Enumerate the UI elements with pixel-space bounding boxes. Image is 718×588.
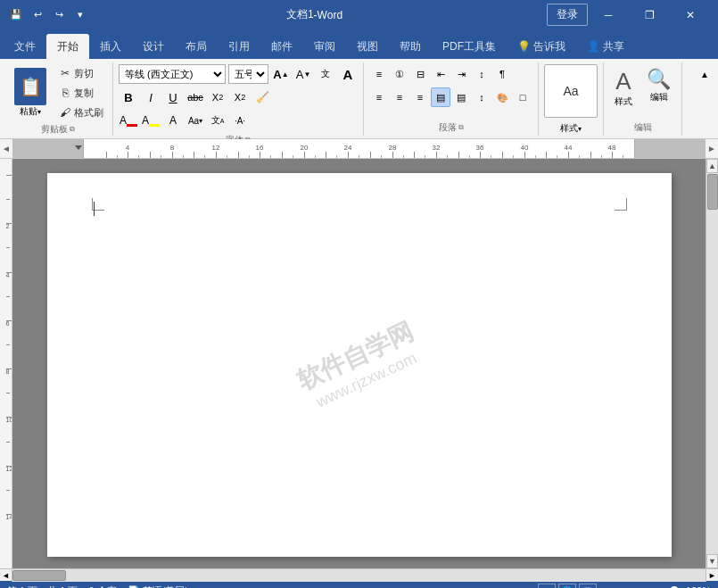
- highlight-color-button[interactable]: A: [141, 111, 161, 130]
- bold-button[interactable]: B: [119, 87, 138, 107]
- document-scroll-area[interactable]: 软件自学网 www.rjzxw.com: [12, 159, 706, 568]
- char-shading-button[interactable]: A: [163, 111, 183, 130]
- quick-access-toolbar: 💾 ↩ ↪ ▾: [7, 6, 89, 24]
- show-paragraph-button[interactable]: ¶: [492, 64, 512, 84]
- cut-button[interactable]: ✂剪切: [54, 64, 107, 82]
- tab-view[interactable]: 视图: [346, 34, 389, 59]
- font-color-button[interactable]: A: [119, 111, 138, 130]
- redo-icon[interactable]: ↪: [50, 6, 68, 24]
- scroll-up-button[interactable]: ▲: [706, 159, 718, 173]
- tab-review[interactable]: 审阅: [303, 34, 346, 59]
- increase-indent-button[interactable]: ⇥: [451, 64, 471, 84]
- numbering-button[interactable]: ①: [390, 64, 409, 84]
- save-icon[interactable]: 💾: [7, 6, 25, 24]
- web-layout-button[interactable]: 🌐: [558, 584, 576, 588]
- tab-file[interactable]: 文件: [4, 34, 46, 59]
- paste-icon: 📋: [14, 68, 46, 105]
- print-layout-button[interactable]: ▦: [538, 584, 556, 588]
- tab-insert[interactable]: 插入: [89, 34, 132, 59]
- share-icon: 👤: [587, 40, 600, 53]
- distributed-button[interactable]: ▤: [451, 87, 471, 107]
- tab-layout[interactable]: 布局: [175, 34, 218, 59]
- clear-format-button[interactable]: 🧹: [252, 87, 272, 107]
- cut-icon: ✂: [58, 66, 72, 80]
- status-bar-right: ▦ 🌐 📖 100%: [538, 584, 711, 588]
- tab-pdf-tools[interactable]: PDF工具集: [432, 34, 507, 59]
- title-area: 文档1 - Word: [89, 7, 540, 22]
- font-size-inc-button[interactable]: A▲: [271, 64, 291, 84]
- paragraph-group-content: ≡ ① ⊟ ⇤ ⇥ ↕ ¶ ≡ ≡ ≡ ▤ ▤ ↕ 🎨 □: [369, 62, 532, 120]
- bullets-button[interactable]: ≡: [369, 64, 389, 84]
- format-painter-button[interactable]: 🖌格式刷: [54, 104, 107, 121]
- styles-pane-button[interactable]: 样式 ▾: [544, 120, 598, 137]
- font-size-dec-button[interactable]: A▼: [293, 64, 313, 84]
- scroll-down-button[interactable]: ▼: [706, 554, 718, 568]
- login-button[interactable]: 登录: [547, 4, 588, 26]
- underline-button[interactable]: U: [163, 87, 183, 107]
- align-center-button[interactable]: ≡: [390, 87, 409, 107]
- scroll-track: [706, 173, 718, 554]
- align-left-button[interactable]: ≡: [369, 87, 389, 107]
- close-button[interactable]: ✕: [670, 0, 711, 29]
- superscript-button[interactable]: X2: [208, 87, 227, 107]
- shading-button[interactable]: 🎨: [492, 87, 512, 107]
- tab-tell-me[interactable]: 💡告诉我: [507, 34, 576, 59]
- watermark-line2: www.rjzxw.com: [306, 345, 427, 415]
- ruler-ticks: 4812162024283236404448: [84, 139, 634, 159]
- undo-icon[interactable]: ↩: [29, 6, 46, 24]
- wubi-button[interactable]: 文: [316, 64, 335, 84]
- ruler: ◄ 4812162024283236404448 ►: [0, 139, 718, 159]
- scroll-left-button[interactable]: ◄: [0, 569, 12, 582]
- subscript-button[interactable]: X2: [230, 87, 250, 107]
- document-title: 文档1: [286, 7, 314, 22]
- lightbulb-icon: 💡: [517, 40, 531, 53]
- paste-button[interactable]: 📋 粘贴▾: [9, 64, 52, 121]
- tab-share[interactable]: 👤共享: [576, 34, 635, 59]
- border-button[interactable]: □: [513, 87, 532, 107]
- editing-big-button[interactable]: 🔍 编辑: [641, 64, 676, 107]
- line-spacing-button[interactable]: ↕: [472, 87, 491, 107]
- sort-button[interactable]: ↕: [472, 64, 491, 84]
- tab-mailings[interactable]: 邮件: [260, 34, 303, 59]
- document-cursor[interactable]: [94, 202, 95, 216]
- scroll-thumb[interactable]: [707, 174, 718, 210]
- copy-button[interactable]: ⎘复制: [54, 84, 107, 102]
- collapse-ribbon-button[interactable]: ▲: [695, 64, 714, 84]
- style-big-button[interactable]: A 样式: [609, 64, 638, 112]
- styles-icon: 样式: [560, 122, 578, 135]
- font-size-select[interactable]: 五号: [228, 64, 268, 84]
- h-scroll-track: [12, 569, 706, 582]
- scroll-right-button[interactable]: ►: [706, 569, 718, 582]
- h-scroll-thumb[interactable]: [12, 570, 66, 581]
- change-case-button[interactable]: Aa▾: [186, 111, 205, 130]
- copy-label: 复制: [74, 87, 94, 100]
- decrease-indent-button[interactable]: ⇤: [431, 64, 450, 84]
- multilevel-list-button[interactable]: ⊟: [410, 64, 430, 84]
- restore-button[interactable]: ❐: [629, 0, 670, 29]
- clipboard-group-label: 剪贴板 ⧉: [41, 121, 75, 137]
- left-indent-marker[interactable]: [75, 145, 82, 153]
- style-normal-button[interactable]: Aa: [544, 64, 598, 118]
- para-row-2: ≡ ≡ ≡ ▤ ▤ ↕ 🎨 □: [369, 87, 532, 107]
- tab-help[interactable]: 帮助: [389, 34, 432, 59]
- document-page[interactable]: 软件自学网 www.rjzxw.com: [47, 173, 672, 557]
- style-big-icon: A: [615, 68, 631, 95]
- read-mode-button[interactable]: 📖: [579, 584, 597, 588]
- watermark-line1: 软件自学网: [292, 315, 419, 399]
- font-family-select[interactable]: 等线 (西文正文): [119, 64, 226, 84]
- emphasis-button[interactable]: ·A·: [230, 111, 250, 130]
- italic-button[interactable]: I: [141, 87, 161, 107]
- tab-references[interactable]: 引用: [218, 34, 260, 59]
- minimize-button[interactable]: ─: [588, 0, 629, 29]
- paragraph-expand-icon[interactable]: ⧉: [458, 123, 464, 132]
- editing-group: A 样式 🔍 编辑 编辑: [604, 62, 682, 136]
- font-A-display[interactable]: A: [338, 64, 358, 84]
- justify-button[interactable]: ▤: [431, 87, 450, 107]
- strikethrough-button[interactable]: abc: [186, 87, 205, 107]
- phonetic-button[interactable]: 文A: [208, 111, 227, 130]
- tab-home[interactable]: 开始: [46, 34, 89, 59]
- tab-design[interactable]: 设计: [132, 34, 175, 59]
- align-right-button[interactable]: ≡: [410, 87, 430, 107]
- customize-quick-access-icon[interactable]: ▾: [71, 6, 89, 24]
- clipboard-expand-icon[interactable]: ⧉: [70, 125, 75, 134]
